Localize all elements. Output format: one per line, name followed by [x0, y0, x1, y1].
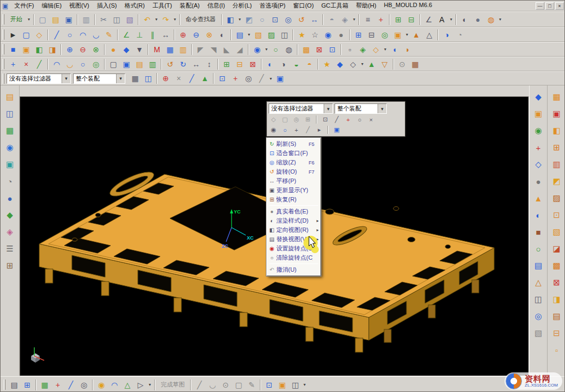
triangle-icon[interactable]: ▲: [410, 29, 423, 41]
tri-up-icon[interactable]: ▲: [365, 58, 378, 70]
minimize-button[interactable]: —: [536, 2, 544, 10]
update-display-item[interactable]: ▣更新显示(Y): [268, 186, 320, 195]
snap-vertex-icon[interactable]: ▲: [198, 72, 211, 84]
bottom-pencil-icon[interactable]: ✎: [245, 379, 258, 391]
snap-end-icon[interactable]: ⊡: [216, 72, 229, 84]
undo-icon[interactable]: ↶: [141, 14, 154, 26]
menu-edit[interactable]: 编辑(E): [38, 1, 65, 11]
graphics-window[interactable]: YC XC ZC 没有选择过滤器 整个装配 ◇▢◎⊞⊡╱+○× ◉○+╱▸▣: [20, 96, 529, 376]
pattern-icon[interactable]: ▤: [233, 29, 246, 41]
dropdown-arrow-icon[interactable]: ▾: [302, 382, 307, 387]
dropdown-arrow-icon[interactable]: ▾: [246, 32, 252, 37]
shaded-box-icon[interactable]: ▣: [391, 29, 404, 41]
bottom-copy-icon[interactable]: ◫: [289, 379, 302, 391]
web-browser-icon[interactable]: ●: [3, 192, 16, 204]
mold-tool-5-icon[interactable]: ▥: [550, 158, 563, 170]
snap-grid-alt-icon[interactable]: ⊟: [405, 14, 418, 26]
mold-tool-6-icon[interactable]: ◩: [550, 175, 563, 187]
view-tool-12-icon[interactable]: △: [532, 277, 545, 289]
mold-tool-14-icon[interactable]: ▤: [550, 310, 563, 322]
view-tool-10-icon[interactable]: ○: [532, 243, 545, 255]
mold-tool-13-icon[interactable]: ◨: [550, 293, 563, 305]
mold-tool-10-icon[interactable]: ◪: [550, 243, 563, 255]
win-minus-icon[interactable]: ⊟: [233, 58, 246, 70]
mold-tool-11-icon[interactable]: ▩: [550, 260, 563, 272]
dropdown-arrow-icon[interactable]: ▾: [351, 17, 357, 22]
clear-rotate-point-item[interactable]: ○清除旋转点(C): [268, 253, 320, 262]
zoom-view-icon[interactable]: ◎: [282, 14, 295, 26]
bottom-rect-icon[interactable]: ▢: [232, 379, 245, 391]
cavity-icon[interactable]: ▦: [163, 44, 177, 56]
menu-insert[interactable]: 插入(S): [93, 1, 121, 11]
subtract-curve-icon[interactable]: ⊖: [190, 29, 203, 41]
toolbar-grip[interactable]: [3, 44, 4, 54]
measure-icon[interactable]: ∠: [422, 14, 435, 26]
display-mode-icon[interactable]: ◧: [224, 14, 237, 26]
grid-on-icon[interactable]: ⊞: [352, 29, 365, 41]
dropdown-arrow-icon[interactable]: ▾: [172, 17, 178, 22]
view-tool-9-icon[interactable]: ■: [532, 226, 545, 238]
filter-type-icon[interactable]: ▦: [129, 72, 142, 84]
mold-tool-1-icon[interactable]: ▦: [550, 91, 563, 103]
spline-icon[interactable]: ◡: [89, 29, 102, 41]
visualization-icon[interactable]: ⊞: [3, 260, 16, 272]
view-tool-13-icon[interactable]: ◫: [532, 293, 545, 305]
pocket-icon[interactable]: ◍: [282, 44, 295, 56]
dropdown-arrow-icon[interactable]: ▾: [382, 47, 388, 52]
render-style-item[interactable]: ◐渲染样式(D)▸: [268, 216, 320, 225]
menu-gc-toolbox[interactable]: GC工具箱: [318, 1, 353, 11]
boolean-intersect-icon[interactable]: ⊗: [89, 44, 102, 56]
menu-tools[interactable]: 工具(T): [149, 1, 176, 11]
blend-icon[interactable]: ◈: [356, 44, 369, 56]
zoom-item[interactable]: ◎缩放(Z)F6: [268, 158, 320, 167]
material-icon[interactable]: ◍: [484, 14, 497, 26]
panel-snap-midpoint-icon[interactable]: +: [291, 125, 301, 134]
bottom-play-icon[interactable]: ▷: [134, 379, 147, 391]
copy-icon[interactable]: ◫: [110, 14, 123, 26]
orient-view-item[interactable]: ◧定向视图(R)▸: [268, 225, 320, 235]
cut-icon[interactable]: ✂: [97, 14, 110, 26]
mold-tool-15-icon[interactable]: ⊟: [550, 327, 563, 339]
selection-scope-select[interactable]: 整个装配: [73, 74, 125, 84]
shell-icon[interactable]: ⊡: [326, 44, 339, 56]
selector-icon[interactable]: ►: [7, 29, 20, 41]
plus-tool-icon[interactable]: +: [7, 58, 20, 70]
bottom-grid-icon[interactable]: ▦: [38, 379, 51, 391]
rotate-right-icon[interactable]: ↻: [177, 58, 190, 70]
section-icon[interactable]: ◐: [216, 29, 229, 41]
distance-icon[interactable]: ↔: [159, 29, 172, 41]
view-tool-4-icon[interactable]: +: [532, 142, 545, 154]
slash-icon[interactable]: ╱: [33, 58, 46, 70]
snap-slash-icon[interactable]: ╱: [255, 72, 268, 84]
arc-down-icon[interactable]: ◡: [63, 58, 76, 70]
half-view-icon[interactable]: ◑: [440, 29, 453, 41]
bottom-dot-icon[interactable]: ⊙: [219, 379, 232, 391]
panel-edge-filter-icon[interactable]: ◎: [291, 115, 301, 124]
command-finder-button[interactable]: 命令查找器: [182, 14, 220, 25]
toolbar-grip[interactable]: [3, 59, 4, 69]
fit-view-icon[interactable]: ⊡: [269, 14, 282, 26]
corner-tl-icon[interactable]: ◤: [194, 44, 207, 56]
pan-item[interactable]: ↔平移(P): [268, 176, 320, 186]
copy-feature-icon[interactable]: ◫: [278, 29, 291, 41]
dropdown-arrow-icon[interactable]: ▾: [497, 17, 503, 22]
panel-snap-end-icon[interactable]: ⊡: [320, 115, 330, 124]
vertex-icon[interactable]: ◗: [401, 44, 414, 56]
menu-help[interactable]: 帮助(H): [352, 1, 380, 11]
open-folder-icon[interactable]: ▤: [49, 14, 62, 26]
dropdown-arrow-icon[interactable]: ▾: [154, 17, 159, 22]
panel-type-filter-icon[interactable]: ◇: [269, 115, 278, 124]
panel-snap-mid-icon[interactable]: ╱: [332, 115, 342, 124]
menu-information[interactable]: 信息(I): [203, 1, 228, 11]
tri-down-icon[interactable]: ▽: [378, 58, 391, 70]
datum-icon[interactable]: ◇: [33, 29, 46, 41]
menu-hb-mould[interactable]: HB_MOULD M6.6: [380, 1, 436, 11]
shaded-view-icon[interactable]: ◩: [242, 14, 256, 26]
panel-filter-select[interactable]: 没有选择过滤器: [269, 103, 333, 114]
point-icon[interactable]: ●: [335, 29, 348, 41]
revolve-icon[interactable]: ▣: [20, 44, 33, 56]
panel-cube-icon[interactable]: ▣: [332, 125, 342, 134]
menu-preferences[interactable]: 首选项(P): [256, 1, 289, 11]
mold-tool-12-icon[interactable]: ⊠: [550, 277, 563, 289]
refresh-item[interactable]: ↻刷新(S)F5: [268, 139, 320, 149]
